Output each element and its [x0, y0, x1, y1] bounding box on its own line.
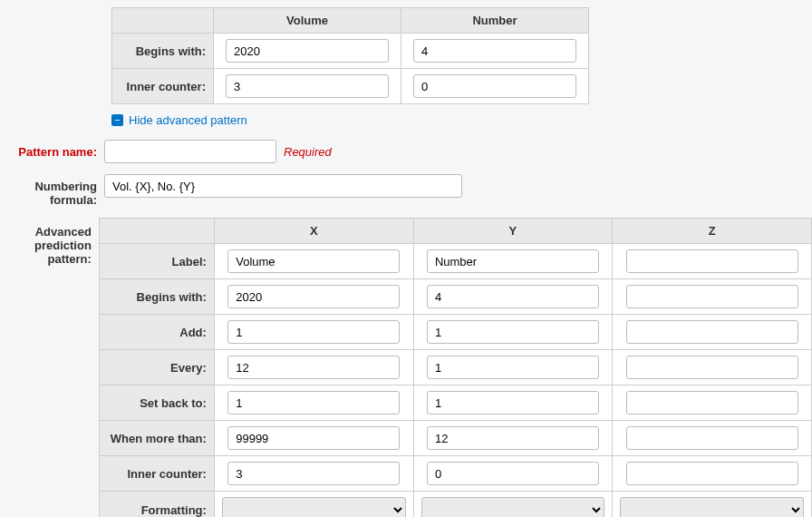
numbering-formula-input[interactable] [104, 174, 462, 198]
table-row: Formatting: [99, 492, 811, 518]
table-row: Begins with: [99, 279, 811, 315]
inner-z-input[interactable] [626, 462, 798, 485]
formatting-z-select[interactable] [620, 497, 804, 517]
table-row: Inner counter: [99, 456, 811, 492]
begins-x-input[interactable] [227, 285, 400, 308]
hide-advanced-link[interactable]: Hide advanced pattern [129, 113, 247, 127]
add-x-input[interactable] [227, 320, 400, 344]
begins-with-volume-input[interactable] [226, 39, 389, 63]
col-number: Number [401, 8, 589, 34]
label-y-input[interactable] [427, 249, 599, 273]
formatting-x-select[interactable] [222, 497, 406, 517]
numbering-formula-label: Numbering formula: [0, 174, 104, 207]
every-y-input[interactable] [427, 356, 599, 379]
inner-y-input[interactable] [427, 462, 599, 485]
whenmore-x-input[interactable] [227, 426, 400, 450]
setback-z-input[interactable] [626, 391, 798, 415]
whenmore-z-input[interactable] [626, 426, 798, 450]
row-label: Begins with: [112, 34, 214, 69]
table-row: Begins with: [112, 34, 589, 69]
every-z-input[interactable] [626, 356, 798, 379]
label-z-input[interactable] [626, 249, 798, 273]
row-label: Inner counter: [112, 69, 214, 104]
col-z: Z [613, 219, 812, 244]
every-x-input[interactable] [227, 356, 400, 379]
begins-y-input[interactable] [427, 285, 599, 308]
col-volume: Volume [214, 8, 401, 34]
required-text: Required [284, 145, 332, 159]
table-row: When more than: [99, 421, 811, 456]
table-row: Add: [99, 315, 811, 350]
setback-y-input[interactable] [427, 391, 599, 415]
advanced-pattern-table: X Y Z Label: Begins with: Add: [99, 218, 812, 517]
setback-x-input[interactable] [227, 391, 400, 415]
label-x-input[interactable] [227, 249, 400, 273]
inner-counter-number-input[interactable] [413, 74, 576, 98]
col-x: X [214, 219, 413, 244]
table-row: Set back to: [99, 385, 811, 421]
inner-x-input[interactable] [227, 462, 400, 485]
table-row: Label: [99, 244, 811, 279]
begins-z-input[interactable] [626, 285, 798, 308]
pattern-name-input[interactable] [104, 140, 276, 163]
begins-with-number-input[interactable] [413, 39, 576, 63]
collapse-icon[interactable]: − [111, 114, 123, 126]
whenmore-y-input[interactable] [427, 426, 599, 450]
inner-counter-volume-input[interactable] [226, 74, 389, 98]
add-z-input[interactable] [626, 320, 798, 344]
add-y-input[interactable] [427, 320, 599, 344]
simple-pattern-table: Volume Number Begins with: Inner counter… [111, 7, 589, 104]
table-row: Inner counter: [112, 69, 589, 104]
formatting-y-select[interactable] [421, 497, 605, 517]
advanced-pattern-label: Advanced prediction pattern: [0, 218, 99, 266]
table-row: Every: [99, 350, 811, 385]
col-y: Y [413, 219, 613, 244]
pattern-name-label: Pattern name: [0, 140, 104, 159]
